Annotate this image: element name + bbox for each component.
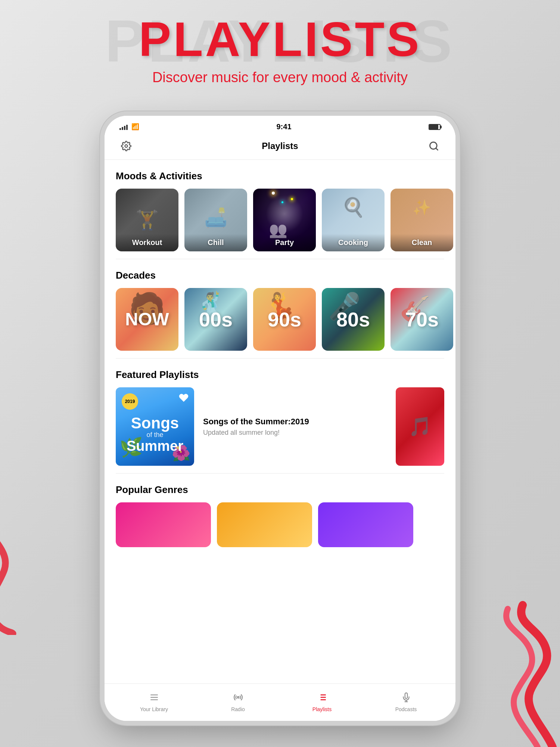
decades-section-title: Decades (105, 270, 455, 281)
featured-section-title: Featured Playlists (105, 369, 455, 381)
svg-point-3 (237, 697, 239, 698)
tab-playlists[interactable]: Playlists (304, 692, 341, 712)
genres-section-title: Popular Genres (105, 484, 455, 496)
decade-now-label: NOW (125, 310, 169, 328)
main-content: Moods & Activities 🏋️ Workout 🛋️ (105, 160, 455, 705)
library-icon (149, 692, 159, 705)
year-badge: 2019 (122, 393, 138, 410)
of-the-text: of the (127, 431, 183, 439)
status-left: 📶 (119, 123, 139, 131)
hero-title: PLAYLISTS (0, 15, 560, 63)
moods-section: Moods & Activities 🏋️ Workout 🛋️ (105, 160, 455, 259)
decade-card-now[interactable]: 🧑 NOW (116, 288, 178, 351)
cooking-figure: 🍳 (342, 196, 365, 218)
device-frame: 📶 9:41 Playlists (105, 116, 455, 721)
status-time: 9:41 (276, 123, 291, 131)
featured-card-second[interactable]: 🎵 (396, 387, 444, 466)
noodle-right (448, 598, 560, 747)
genre-card-hiphop[interactable] (217, 502, 312, 547)
decades-section: Decades 🧑 NOW 🕺 00s (105, 259, 455, 358)
noodle-left (0, 523, 56, 635)
decade-00s-label: 00s (199, 309, 233, 329)
tab-bar: Your Library Radio (105, 684, 455, 721)
heart-icon (178, 393, 189, 406)
featured-row: 2019 🌿 🌺 Songs of the Summer (105, 387, 455, 466)
mood-card-party[interactable]: 👥 Party (253, 189, 316, 251)
mood-card-chill[interactable]: 🛋️ Chill (184, 189, 247, 251)
hero-background: PLAYLISTS PLAYLISTS Discover music for e… (0, 11, 560, 86)
tab-playlists-label: Playlists (312, 706, 332, 712)
svg-line-2 (436, 148, 438, 150)
moods-scroll: 🏋️ Workout 🛋️ Chill (105, 189, 455, 251)
decade-90s-label: 90s (268, 309, 301, 329)
settings-button[interactable] (119, 139, 133, 153)
tab-radio-label: Radio (231, 706, 245, 712)
workout-figure: 🏋️ (136, 209, 159, 231)
mood-card-clean[interactable]: ✨ Clean (391, 189, 453, 251)
playlists-icon (317, 692, 327, 705)
decade-card-00s[interactable]: 🕺 00s (184, 288, 247, 351)
decade-80s-label: 80s (336, 309, 370, 329)
battery-fill (429, 125, 438, 129)
search-button[interactable] (427, 139, 441, 153)
genres-row (105, 502, 455, 547)
decade-card-80s[interactable]: 🎤 80s (322, 288, 385, 351)
tab-podcasts-label: Podcasts (395, 706, 417, 712)
decade-70s-label: 70s (405, 309, 439, 329)
featured-card-songs-summer[interactable]: 2019 🌿 🌺 Songs of the Summer (116, 387, 194, 466)
svg-point-0 (125, 145, 128, 148)
status-bar: 📶 9:41 (105, 116, 455, 136)
tab-library-label: Your Library (140, 706, 168, 712)
decade-card-90s[interactable]: 💃 90s (253, 288, 316, 351)
gear-icon (121, 141, 131, 151)
genre-card-pop[interactable] (116, 502, 211, 547)
mood-card-chill-label: Chill (184, 234, 247, 251)
summer-text: Summer (127, 439, 183, 453)
radio-icon (233, 692, 243, 705)
featured-section: Featured Playlists 2019 🌿 🌺 (105, 359, 455, 473)
tab-library[interactable]: Your Library (136, 692, 173, 712)
hero-subtitle: Discover music for every mood & activity (0, 69, 560, 86)
mood-card-cooking[interactable]: 🍳 Cooking (322, 189, 385, 251)
featured-subtitle: Updated all summer long! (203, 429, 387, 437)
featured-title: Songs of the Summer:2019 (203, 417, 387, 427)
chill-figure: 🛋️ (204, 207, 227, 229)
wifi-icon: 📶 (131, 123, 139, 131)
signal-icon (119, 124, 128, 130)
battery-icon (429, 124, 441, 130)
decades-scroll: 🧑 NOW 🕺 00s 💃 (105, 288, 455, 351)
podcasts-icon (401, 692, 411, 705)
device-screen: 📶 9:41 Playlists (105, 116, 455, 721)
mood-card-cooking-label: Cooking (322, 234, 385, 251)
nav-title: Playlists (262, 141, 298, 151)
tab-podcasts[interactable]: Podcasts (388, 692, 425, 712)
mood-card-party-label: Party (253, 234, 316, 251)
tab-radio[interactable]: Radio (220, 692, 257, 712)
songs-text: Songs (127, 415, 183, 431)
mood-card-clean-label: Clean (391, 234, 453, 251)
clean-figure: ✨ (413, 199, 431, 216)
decade-card-70s[interactable]: 🎸 70s (391, 288, 453, 351)
mood-card-workout[interactable]: 🏋️ Workout (116, 189, 178, 251)
nav-bar: Playlists (105, 136, 455, 160)
featured-info: Songs of the Summer:2019 Updated all sum… (203, 417, 387, 437)
genre-card-electronic[interactable] (318, 502, 413, 547)
moods-section-title: Moods & Activities (105, 170, 455, 182)
search-icon (429, 141, 439, 151)
genres-section: Popular Genres (105, 474, 455, 555)
mood-card-workout-label: Workout (116, 234, 178, 251)
